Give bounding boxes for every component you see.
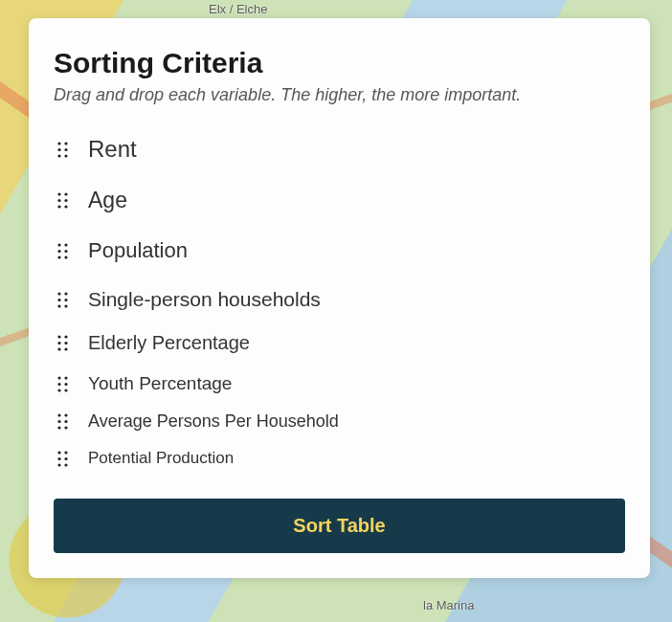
svg-point-39 <box>64 420 67 423</box>
criteria-label: Youth Percentage <box>88 373 232 394</box>
svg-point-16 <box>57 255 60 258</box>
criteria-item[interactable]: Elderly Percentage <box>54 328 625 358</box>
criteria-item[interactable]: Age <box>54 184 625 217</box>
svg-point-7 <box>64 192 67 195</box>
drag-handle-icon[interactable] <box>56 451 69 467</box>
svg-point-34 <box>57 389 60 391</box>
svg-point-47 <box>64 463 67 466</box>
svg-point-24 <box>57 335 60 338</box>
svg-point-22 <box>57 304 60 307</box>
svg-point-41 <box>64 426 67 429</box>
svg-point-33 <box>64 382 67 385</box>
criteria-item[interactable]: Average Persons Per Household <box>54 408 625 435</box>
svg-point-13 <box>64 243 67 246</box>
svg-point-37 <box>64 413 67 416</box>
svg-point-27 <box>64 342 67 344</box>
svg-point-3 <box>64 147 67 150</box>
svg-point-11 <box>64 205 67 208</box>
drag-handle-icon[interactable] <box>56 413 69 430</box>
svg-point-38 <box>57 420 60 423</box>
svg-point-25 <box>64 335 67 338</box>
criteria-label: Average Persons Per Household <box>88 411 339 432</box>
criteria-item[interactable]: Population <box>54 234 625 267</box>
criteria-label: Potential Production <box>88 449 234 468</box>
svg-point-21 <box>64 298 67 300</box>
svg-point-31 <box>64 376 67 379</box>
criteria-label: Age <box>88 188 127 213</box>
svg-point-1 <box>64 142 67 144</box>
drag-handle-icon[interactable] <box>56 142 69 158</box>
card-title: Sorting Criteria <box>54 47 625 79</box>
svg-point-32 <box>57 382 60 385</box>
svg-point-36 <box>57 413 60 416</box>
drag-handle-icon[interactable] <box>56 376 69 392</box>
svg-point-43 <box>64 451 67 454</box>
criteria-label: Elderly Percentage <box>88 332 250 354</box>
svg-point-8 <box>57 199 60 202</box>
drag-handle-icon[interactable] <box>56 292 69 308</box>
drag-handle-icon[interactable] <box>56 335 69 351</box>
svg-point-42 <box>57 451 60 454</box>
svg-point-10 <box>57 205 60 208</box>
svg-point-2 <box>57 147 60 150</box>
svg-point-30 <box>57 376 60 379</box>
svg-point-20 <box>57 298 60 300</box>
svg-point-40 <box>57 426 60 429</box>
svg-point-44 <box>57 456 60 459</box>
svg-point-35 <box>64 389 67 391</box>
svg-point-28 <box>57 347 60 350</box>
svg-point-14 <box>57 249 60 252</box>
criteria-label: Population <box>88 238 188 263</box>
svg-point-18 <box>57 292 60 295</box>
svg-point-23 <box>64 304 67 307</box>
criteria-item[interactable]: Youth Percentage <box>54 369 625 398</box>
svg-point-9 <box>64 199 67 202</box>
sort-table-button[interactable]: Sort Table <box>54 499 625 553</box>
criteria-label: Rent <box>88 136 137 163</box>
sorting-card: Sorting Criteria Drag and drop each vari… <box>29 18 650 578</box>
svg-point-6 <box>57 192 60 195</box>
svg-point-45 <box>64 456 67 459</box>
svg-point-0 <box>57 142 60 144</box>
svg-point-12 <box>57 243 60 246</box>
criteria-item[interactable]: Potential Production <box>54 445 625 472</box>
svg-point-19 <box>64 292 67 295</box>
svg-point-26 <box>57 342 60 344</box>
svg-point-29 <box>64 347 67 350</box>
svg-point-15 <box>64 249 67 252</box>
criteria-item[interactable]: Single-person households <box>54 284 625 315</box>
criteria-list: Rent Age Population Single-person househ… <box>54 132 625 472</box>
drag-handle-icon[interactable] <box>56 243 69 259</box>
svg-point-5 <box>64 154 67 157</box>
card-subtitle: Drag and drop each variable. The higher,… <box>54 85 625 105</box>
svg-point-4 <box>57 154 60 157</box>
drag-handle-icon[interactable] <box>56 192 69 209</box>
criteria-label: Single-person households <box>88 288 321 311</box>
svg-point-46 <box>57 463 60 466</box>
criteria-item[interactable]: Rent <box>54 132 625 167</box>
svg-point-17 <box>64 255 67 258</box>
